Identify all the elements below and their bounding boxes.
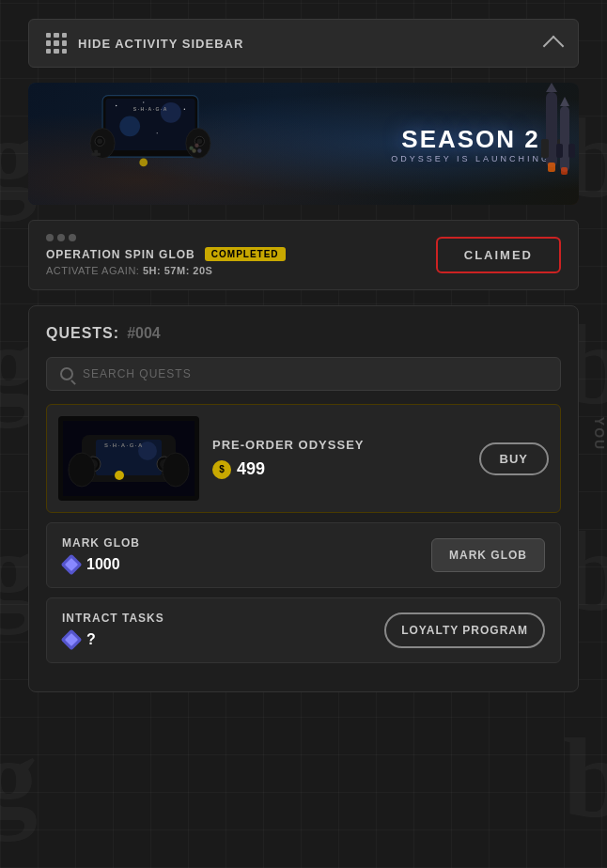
search-placeholder: SEARCH QUESTS [83, 367, 192, 380]
quest-intract-details: INTRACT TASKS ? [62, 612, 164, 649]
svg-point-18 [195, 144, 198, 147]
grid-icon [46, 33, 67, 54]
quest-item-markglob: MARK GLOB 1000 MARK GLOB [46, 522, 561, 588]
svg-point-21 [139, 159, 148, 167]
quest-markglob-title: MARK GLOB [62, 536, 140, 550]
operation-section: OPERATION SPIN GLOB COMPLETED ACTIVATE A… [28, 220, 579, 290]
quests-section: QUESTS: #004 SEARCH QUESTS [28, 305, 579, 692]
svg-marker-29 [560, 97, 569, 106]
svg-rect-25 [541, 139, 549, 158]
quest-product-title: PRE-ORDER ODYSSEY [212, 438, 466, 452]
crystal-icon-2 [62, 630, 81, 649]
operation-title-row: OPERATION SPIN GLOB COMPLETED [46, 247, 286, 261]
coin-icon: $ [212, 460, 231, 479]
chevron-up-icon [543, 35, 565, 56]
svg-rect-30 [556, 144, 563, 158]
hide-sidebar-button[interactable]: HIDE ACTIVITY SIDEBAR [28, 19, 579, 68]
gamepad-image: S·H·A·G·A [85, 92, 254, 195]
svg-point-44 [69, 453, 95, 487]
quest-item-intract: INTRACT TASKS ? LOYALTY PROGRAM [46, 597, 561, 663]
hide-sidebar-left: HIDE ACTIVITY SIDEBAR [46, 33, 243, 54]
svg-point-19 [197, 148, 201, 152]
quest-intract-inner: INTRACT TASKS ? LOYALTY PROGRAM [47, 598, 560, 662]
svg-point-4 [119, 116, 140, 136]
hide-sidebar-label: HIDE ACTIVITY SIDEBAR [78, 37, 243, 51]
svg-text:S·H·A·G·A: S·H·A·G·A [133, 106, 168, 112]
crystal-icon [62, 555, 81, 574]
svg-point-5 [116, 105, 117, 106]
rockets-decoration [466, 83, 579, 205]
svg-marker-24 [546, 83, 557, 92]
quest-item-preorder: S·H·A·G·A PRE-ORDER ODYSSEY $ 499 [46, 404, 561, 513]
svg-rect-31 [568, 144, 575, 158]
quest-markglob-inner: MARK GLOB 1000 MARK GLOB [47, 523, 560, 587]
season-banner: S·H·A·G·A SEASON 2 ODYSSEY IS LAUNCHING [28, 83, 579, 205]
svg-rect-28 [560, 106, 569, 172]
operation-status-badge: COMPLETED [205, 247, 286, 261]
quests-scroll-area: S·H·A·G·A PRE-ORDER ODYSSEY $ 499 [46, 404, 561, 673]
search-bar[interactable]: SEARCH QUESTS [46, 357, 561, 391]
quest-markglob-value: 1000 [62, 555, 140, 574]
quest-item-preorder-inner: S·H·A·G·A PRE-ORDER ODYSSEY $ 499 [47, 405, 560, 512]
svg-point-42 [115, 471, 124, 480]
mark-glob-button[interactable]: MARK GLOB [431, 538, 545, 572]
search-icon [60, 367, 73, 380]
quest-intract-value: ? [62, 630, 164, 649]
quest-markglob-amount: 1000 [86, 556, 120, 573]
quest-markglob-details: MARK GLOB 1000 [62, 536, 140, 574]
quests-title: QUESTS: [46, 325, 119, 342]
quests-number: #004 [127, 325, 161, 342]
claimed-button[interactable]: CLAIMED [436, 237, 561, 273]
activate-again: ACTIVATE AGAIN: 5H: 57M: 20S [46, 265, 286, 276]
price-amount: 499 [237, 459, 265, 479]
svg-point-7 [184, 108, 185, 109]
svg-point-45 [163, 453, 189, 487]
quest-intract-amount: ? [86, 631, 96, 648]
quest-product-details: PRE-ORDER ODYSSEY $ 499 [212, 438, 466, 479]
svg-rect-27 [548, 163, 555, 172]
svg-point-20 [192, 148, 195, 152]
quests-header: QUESTS: #004 [46, 325, 561, 342]
buy-button[interactable]: BUY [479, 442, 549, 475]
quest-product-image: S·H·A·G·A [58, 416, 199, 501]
svg-point-8 [157, 132, 158, 133]
operation-name: OPERATION SPIN GLOB [46, 248, 195, 261]
svg-point-12 [97, 138, 102, 144]
svg-text:S·H·A·G·A: S·H·A·G·A [104, 442, 144, 448]
operation-dots [46, 234, 286, 241]
activate-time: 5H: 57M: 20S [143, 265, 212, 276]
quest-price: $ 499 [212, 459, 466, 479]
you-label: YOU [592, 417, 607, 451]
svg-point-14 [196, 138, 202, 144]
svg-rect-32 [561, 167, 568, 175]
svg-rect-16 [91, 153, 100, 156]
loyalty-program-button[interactable]: LOYALTY PROGRAM [384, 612, 545, 648]
quest-intract-title: INTRACT TASKS [62, 612, 164, 625]
operation-details: OPERATION SPIN GLOB COMPLETED ACTIVATE A… [46, 234, 286, 276]
svg-point-6 [143, 101, 144, 102]
